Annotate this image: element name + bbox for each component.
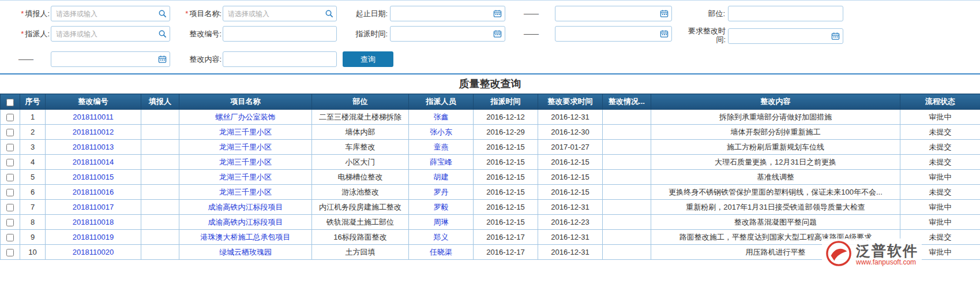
search-icon[interactable] (321, 6, 336, 21)
row-checkbox-cell (1, 140, 20, 155)
table-body: 1 2018110011 螺丝厂办公室装饰 二至三楼混凝土楼梯拆除 张鑫 201… (1, 110, 980, 260)
cell-rectify-no[interactable]: 2018110014 (46, 155, 141, 170)
cell-assignee[interactable]: 任晓渠 (409, 245, 474, 260)
assign-time-start-input[interactable] (391, 27, 490, 41)
cell-rectify-no[interactable]: 2018110016 (46, 185, 141, 200)
row-checkbox[interactable] (6, 189, 14, 196)
assigner-input-wrap (51, 26, 170, 42)
cell-rectify-no[interactable]: 2018110020 (46, 245, 141, 260)
table-row: 3 2018110013 龙湖三千里小区 车库整改 童燕 2016-12-15 … (1, 140, 980, 155)
content-input[interactable] (223, 52, 336, 66)
row-checkbox-cell (1, 215, 20, 230)
calendar-icon[interactable] (656, 27, 671, 41)
require-time-label: 要求整改时间: (685, 25, 726, 44)
cell-assignee[interactable]: 张鑫 (409, 110, 474, 125)
cell-project[interactable]: 成渝高铁内江标段项目 (179, 200, 312, 215)
cell-rectify-no[interactable]: 2018110013 (46, 140, 141, 155)
col-content: 整改内容 (651, 94, 900, 110)
require-time-start-wrap (728, 28, 843, 44)
cell-assignee[interactable]: 张小东 (409, 125, 474, 140)
cell-location: 土方回填 (312, 245, 409, 260)
cell-situation (603, 110, 651, 125)
cell-project[interactable]: 龙湖三千里小区 (179, 140, 312, 155)
row-checkbox[interactable] (6, 219, 14, 226)
row-checkbox-cell (1, 245, 20, 260)
reporter-input[interactable] (51, 6, 155, 21)
assign-time-end-input[interactable] (555, 27, 656, 41)
cell-require-time: 2016-12-23 (538, 215, 603, 230)
cell-assignee[interactable]: 罗丹 (409, 185, 474, 200)
cell-assignee[interactable]: 罗毅 (409, 200, 474, 215)
cell-project[interactable]: 成渝高铁内江标段项目 (179, 215, 312, 230)
calendar-icon[interactable] (656, 6, 671, 21)
date-range-start-input[interactable] (391, 6, 490, 21)
cell-require-time: 2016-12-15 (538, 185, 603, 200)
cell-assignee[interactable]: 童燕 (409, 140, 474, 155)
cell-rectify-no[interactable]: 2018110015 (46, 170, 141, 185)
cell-reporter (141, 110, 179, 125)
cell-project[interactable]: 龙湖三千里小区 (179, 185, 312, 200)
cell-rectify-no[interactable]: 2018110011 (46, 110, 141, 125)
cell-location: 16标段路面整改 (312, 230, 409, 245)
cell-project[interactable]: 龙湖三千里小区 (179, 125, 312, 140)
cell-assignee[interactable]: 周琳 (409, 215, 474, 230)
fanpu-logo-icon (825, 240, 852, 269)
require-time-start-input[interactable] (729, 29, 828, 43)
calendar-icon[interactable] (828, 29, 843, 43)
assigner-input[interactable] (51, 27, 155, 41)
calendar-icon[interactable] (490, 27, 505, 41)
rectify-no-input[interactable] (223, 27, 336, 41)
row-checkbox[interactable] (6, 159, 14, 166)
require-time-end-input[interactable] (51, 52, 155, 66)
cell-project[interactable]: 螺丝厂办公室装饰 (179, 110, 312, 125)
cell-project[interactable]: 绿城云栖玫瑰园 (179, 245, 312, 260)
search-icon[interactable] (155, 27, 170, 41)
cell-location: 游泳池整改 (312, 185, 409, 200)
row-checkbox[interactable] (6, 129, 14, 136)
table-row: 2 2018110012 龙湖三千里小区 墙体内部 张小东 2016-12-29… (1, 125, 980, 140)
search-button[interactable]: 查询 (343, 51, 393, 67)
row-checkbox-cell (1, 110, 20, 125)
cell-status: 未提交 (900, 155, 980, 170)
select-all-checkbox[interactable] (6, 99, 14, 106)
cell-rectify-no[interactable]: 2018110018 (46, 215, 141, 230)
project-input[interactable] (223, 6, 321, 21)
reporter-label: *填报人: (5, 6, 50, 21)
cell-reporter (141, 230, 179, 245)
row-checkbox[interactable] (6, 144, 14, 151)
date-range-label: 起止日期: (345, 6, 388, 21)
cell-project[interactable]: 龙湖三千里小区 (179, 170, 312, 185)
row-checkbox[interactable] (6, 249, 14, 256)
table-header-row: 序号 整改编号 填报人 项目名称 部位 指派人员 指派时间 整改要求时间 整改情… (1, 94, 980, 110)
location-input[interactable] (729, 6, 843, 21)
cell-rectify-no[interactable]: 2018110012 (46, 125, 141, 140)
table-row: 8 2018110018 成渝高铁内江标段项目 铁轨混凝土施工部位 周琳 201… (1, 215, 980, 230)
search-icon[interactable] (155, 6, 170, 21)
date-range-end-input[interactable] (555, 6, 656, 21)
cell-project[interactable]: 港珠澳大桥施工总承包项目 (179, 230, 312, 245)
row-checkbox[interactable] (6, 204, 14, 211)
cell-reporter (141, 185, 179, 200)
cell-seq: 8 (20, 215, 46, 230)
row-checkbox[interactable] (6, 174, 14, 181)
row-checkbox[interactable] (6, 114, 14, 121)
cell-assignee[interactable]: 薛宝峰 (409, 155, 474, 170)
cell-situation (603, 125, 651, 140)
cell-rectify-no[interactable]: 2018110019 (46, 230, 141, 245)
row-checkbox-cell (1, 200, 20, 215)
calendar-icon[interactable] (155, 52, 170, 66)
range-dash: —— (13, 51, 38, 67)
cell-seq: 9 (20, 230, 46, 245)
calendar-icon[interactable] (490, 6, 505, 21)
cell-seq: 3 (20, 140, 46, 155)
cell-assignee[interactable]: 胡建 (409, 170, 474, 185)
cell-rectify-no[interactable]: 2018110017 (46, 200, 141, 215)
cell-status: 审批中 (900, 170, 980, 185)
row-checkbox-cell (1, 170, 20, 185)
cell-project[interactable]: 龙湖三千里小区 (179, 155, 312, 170)
col-assignee: 指派人员 (409, 94, 474, 110)
cell-assignee[interactable]: 郑义 (409, 230, 474, 245)
cell-status: 未提交 (900, 125, 980, 140)
cell-content: 施工方粉刷后重新规划车位线 (651, 140, 900, 155)
row-checkbox[interactable] (6, 234, 14, 241)
